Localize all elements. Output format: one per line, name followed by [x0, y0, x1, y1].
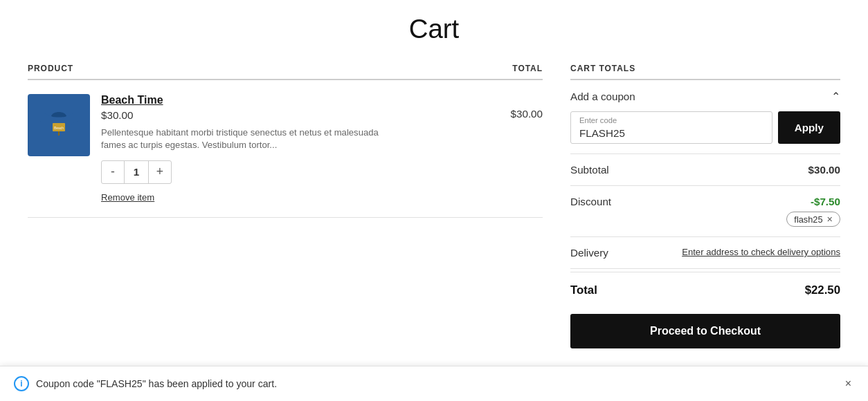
table-header: PRODUCT TOTAL — [28, 64, 543, 80]
svg-rect-2 — [58, 131, 60, 136]
discount-right: -$7.50 flash25 × — [786, 196, 840, 227]
product-price: $30.00 — [101, 109, 483, 121]
coupon-chevron-icon: ⌃ — [831, 90, 840, 103]
quantity-increase-button[interactable]: + — [149, 161, 171, 183]
total-row: Total $22.50 — [570, 272, 840, 308]
delivery-address-link[interactable]: Enter address to check delivery options — [682, 247, 840, 257]
product-details: Beach Time $30.00 Pellentesque habitant … — [101, 94, 483, 203]
quantity-control: - 1 + — [101, 160, 172, 184]
discount-label: Discount — [570, 196, 611, 207]
product-description: Pellentesque habitant morbi tristique se… — [101, 127, 399, 152]
coupon-input-wrapper: Enter code — [570, 111, 772, 144]
cart-items-section: PRODUCT TOTAL Beach — [28, 64, 543, 218]
notification-info-icon: i — [14, 376, 29, 391]
total-label: Total — [570, 283, 597, 297]
product-image-svg: Beach — [35, 101, 83, 149]
coupon-tag: flash25 × — [786, 212, 840, 227]
checkout-button[interactable]: Proceed to Checkout — [570, 314, 840, 348]
coupon-input-label: Enter code — [579, 116, 617, 124]
header-total: TOTAL — [512, 64, 543, 73]
coupon-tag-remove-button[interactable]: × — [827, 214, 833, 225]
subtotal-row: Subtotal $30.00 — [570, 154, 840, 186]
apply-coupon-button[interactable]: Apply — [778, 111, 840, 144]
delivery-label: Delivery — [570, 247, 608, 259]
quantity-value: 1 — [124, 161, 149, 183]
cart-item-row: Beach Beach Time $30.00 Pellentesque hab… — [28, 80, 543, 218]
cart-sidebar: CART TOTALS Add a coupon ⌃ Enter code Ap… — [570, 64, 840, 348]
remove-item-button[interactable]: Remove item — [101, 192, 154, 203]
delivery-row: Delivery Enter address to check delivery… — [570, 237, 840, 269]
page-title: Cart — [28, 14, 840, 44]
notification-bar: i Coupon code "FLASH25" has been applied… — [0, 366, 868, 401]
subtotal-label: Subtotal — [570, 164, 609, 176]
coupon-header-label: Add a coupon — [570, 91, 635, 102]
quantity-decrease-button[interactable]: - — [102, 161, 124, 183]
discount-row: Discount -$7.50 flash25 × — [570, 186, 840, 237]
coupon-header[interactable]: Add a coupon ⌃ — [570, 90, 840, 103]
notification-close-button[interactable]: × — [842, 377, 854, 390]
total-value: $22.50 — [805, 283, 840, 297]
subtotal-value: $30.00 — [808, 164, 840, 176]
product-image: Beach — [28, 94, 90, 156]
coupon-tag-code: flash25 — [794, 214, 822, 225]
product-name[interactable]: Beach Time — [101, 94, 483, 106]
coupon-input-row: Enter code Apply — [570, 111, 840, 144]
cart-totals-title: CART TOTALS — [570, 64, 840, 80]
header-product: PRODUCT — [28, 64, 73, 73]
svg-text:Beach: Beach — [54, 126, 64, 130]
coupon-section: Add a coupon ⌃ Enter code Apply — [570, 80, 840, 154]
page-wrapper: Cart PRODUCT TOTAL Beach — [0, 0, 868, 401]
notification-message: Coupon code "FLASH25" has been applied t… — [36, 378, 835, 389]
discount-value: -$7.50 — [811, 196, 840, 207]
item-total: $30.00 — [494, 94, 543, 120]
cart-layout: PRODUCT TOTAL Beach — [28, 64, 840, 348]
